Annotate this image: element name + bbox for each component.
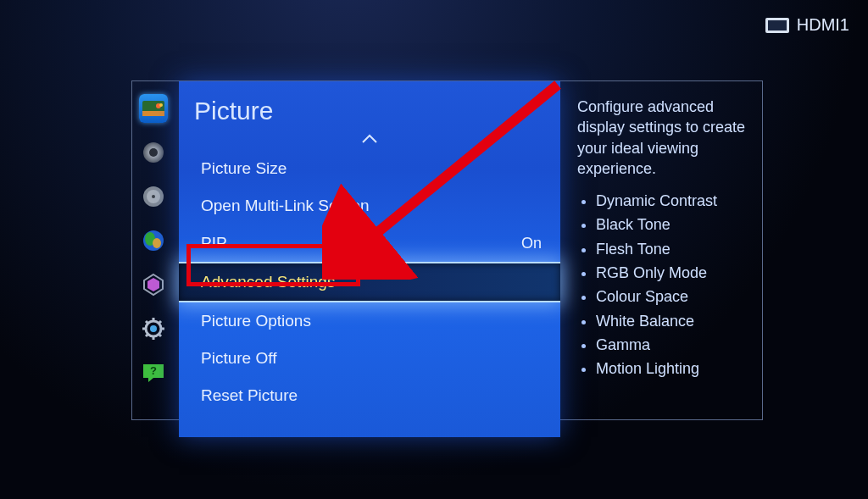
sound-icon[interactable] xyxy=(139,138,168,167)
menu-item-label: Picture Options xyxy=(201,312,311,330)
broadcast-icon[interactable] xyxy=(139,182,168,211)
menu-item-label: PIP xyxy=(201,234,227,252)
support-icon[interactable]: ? xyxy=(139,358,168,387)
menu-item-picture-options[interactable]: Picture Options xyxy=(179,302,560,340)
menu-item-label: Picture Off xyxy=(201,349,276,368)
scroll-up-icon[interactable] xyxy=(179,130,560,148)
svg-line-21 xyxy=(146,321,148,324)
menu-item-reset-picture[interactable]: Reset Picture xyxy=(179,377,560,414)
description-bullets: Dynamic Contrast Black Tone Flesh Tone R… xyxy=(577,191,747,379)
svg-point-7 xyxy=(149,148,158,157)
svg-point-13 xyxy=(153,238,161,248)
menu-item-label: Reset Picture xyxy=(201,386,298,405)
menu-item-picture-size[interactable]: Picture Size xyxy=(179,150,560,187)
svg-line-24 xyxy=(146,334,148,336)
bullet-item: Colour Space xyxy=(596,286,747,307)
menu-item-label: Open Multi-Link Screen xyxy=(201,197,370,215)
bullet-item: Motion Lighting xyxy=(596,358,747,379)
svg-line-22 xyxy=(159,334,161,336)
svg-text:?: ? xyxy=(150,364,157,377)
bullet-item: Flesh Tone xyxy=(596,239,747,259)
menu-item-multi-link[interactable]: Open Multi-Link Screen xyxy=(179,187,560,225)
menu-item-label: Advanced Settings xyxy=(201,273,335,291)
input-source-badge: HDMI1 xyxy=(765,15,849,35)
svg-point-10 xyxy=(152,195,155,198)
description-text: Configure advanced display settings to c… xyxy=(577,97,747,179)
bullet-item: White Balance xyxy=(596,311,747,331)
picture-icon[interactable] xyxy=(139,94,168,123)
svg-line-23 xyxy=(159,321,161,324)
picture-menu-panel: Picture Picture Size Open Multi-Link Scr… xyxy=(179,81,560,437)
input-source-label: HDMI1 xyxy=(797,15,849,35)
bullet-item: Dynamic Contrast xyxy=(596,191,747,211)
system-icon[interactable] xyxy=(139,314,168,343)
smarthub-icon[interactable] xyxy=(139,270,168,299)
category-rail: ? xyxy=(132,81,175,419)
network-icon[interactable] xyxy=(139,226,168,255)
menu-item-value: On xyxy=(521,235,542,252)
menu-list: Picture Size Open Multi-Link Screen PIP … xyxy=(179,150,560,414)
bullet-item: RGB Only Mode xyxy=(596,263,747,283)
svg-rect-5 xyxy=(142,111,164,116)
hdmi-icon xyxy=(765,17,790,34)
svg-rect-1 xyxy=(768,20,787,30)
bullet-item: Gamma xyxy=(596,335,747,355)
bullet-item: Black Tone xyxy=(596,214,747,235)
menu-item-pip[interactable]: PIP On xyxy=(179,225,560,262)
svg-point-25 xyxy=(150,325,157,332)
panel-title: Picture xyxy=(179,81,560,125)
description-pane: Configure advanced display settings to c… xyxy=(577,97,747,383)
svg-point-4 xyxy=(159,103,163,107)
menu-item-label: Picture Size xyxy=(201,159,287,178)
svg-marker-15 xyxy=(147,278,159,291)
settings-frame: ? Picture Picture Size Open Multi-Link S… xyxy=(131,80,763,420)
menu-item-advanced-settings[interactable]: Advanced Settings xyxy=(179,262,560,302)
menu-item-picture-off[interactable]: Picture Off xyxy=(179,340,560,377)
